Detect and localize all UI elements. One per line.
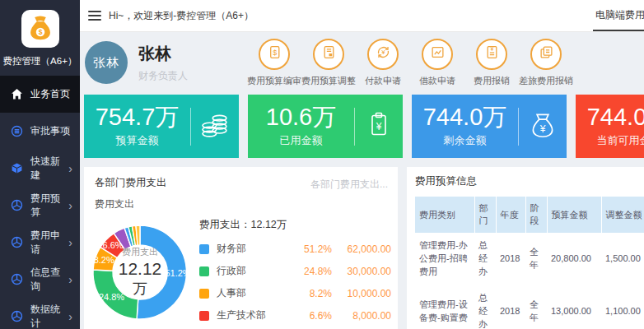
quick-action-5[interactable]: 差旅费用报销 bbox=[519, 39, 573, 87]
legend-name: 财务部 bbox=[217, 242, 246, 256]
legend-swatch bbox=[199, 311, 209, 321]
stat-value: 10.6万 bbox=[248, 104, 354, 131]
home-icon bbox=[11, 88, 23, 100]
wheel-icon bbox=[11, 236, 23, 248]
app-logo: $ bbox=[21, 10, 59, 48]
sidebar-item-1[interactable]: 审批事项 bbox=[0, 113, 80, 150]
payment-request-icon: ¥ bbox=[376, 45, 390, 63]
sidebar-item-0[interactable]: 业务首页 bbox=[0, 76, 80, 113]
sidebar: $ 费控管理（A6+） 业务首页审批事项快速新建›费用预算›费用申请›信息查询›… bbox=[0, 0, 80, 329]
stat-value: 754.7万 bbox=[84, 104, 190, 131]
profile-section: 张林 张林 财务负责人 $费用预算编审费用预算调整¥付款申请借款申请¥费用报销差… bbox=[80, 32, 644, 93]
moneybag-logo-icon: $ bbox=[26, 13, 54, 44]
top-header: Hi~，欢迎来到-费控管理（A6+） 电脑端费用管理 bbox=[80, 0, 644, 32]
svg-text:$: $ bbox=[273, 49, 277, 57]
budget-info-panel: 费用预算信息 费用类别部门年度阶段预算金额调整金额可用金额 管理费用-办公费用-… bbox=[407, 167, 644, 329]
stat-label: 已用金额 bbox=[248, 133, 354, 148]
hamburger-menu-icon[interactable] bbox=[88, 11, 101, 21]
department-expense-panel: 各部门费用支出 各部门费用支出... 费用支出 51.2%24.8%8.2%6.… bbox=[84, 167, 398, 329]
sidebar-item-label: 审批事项 bbox=[30, 124, 70, 138]
legend-swatch bbox=[199, 244, 209, 254]
budget-review-icon: $ bbox=[268, 45, 282, 63]
svg-text:24.8%: 24.8% bbox=[99, 292, 124, 302]
legend-value: 62,000.00 bbox=[332, 243, 391, 255]
legend-value: 8,000.00 bbox=[332, 310, 391, 322]
approval-icon bbox=[11, 125, 23, 137]
legend-percent: 24.8% bbox=[294, 266, 332, 277]
budget-col-header: 阶段 bbox=[525, 197, 547, 233]
sidebar-item-2[interactable]: 快速新建› bbox=[0, 150, 80, 187]
stat-label: 预算金额 bbox=[84, 133, 190, 148]
legend-value: 10,000.00 bbox=[332, 288, 391, 299]
sidebar-item-6[interactable]: 数据统计› bbox=[0, 298, 80, 329]
chart-panel-link[interactable]: 各部门费用支出... bbox=[310, 178, 388, 192]
tab-pc-expense[interactable]: 电脑端费用管理 bbox=[593, 0, 644, 31]
sidebar-item-label: 费用预算 bbox=[30, 192, 68, 220]
stat-card-2: 744.0万剩余金额¥ bbox=[412, 95, 567, 158]
svg-text:¥: ¥ bbox=[490, 46, 493, 52]
chevron-right-icon: › bbox=[68, 163, 72, 174]
user-name: 张林 bbox=[138, 43, 214, 65]
table-cell: 总经办 bbox=[474, 285, 496, 329]
svg-text:8.2%: 8.2% bbox=[94, 255, 114, 265]
table-cell: 20,800.00 bbox=[547, 233, 601, 285]
quick-action-4[interactable]: ¥费用报销 bbox=[464, 39, 519, 87]
quick-action-label: 借款申请 bbox=[410, 75, 464, 87]
table-row: 管理费用-设备费-购置费总经办2018全年13,000.001,100.0014… bbox=[415, 285, 644, 329]
quick-action-label: 费用报销 bbox=[464, 75, 519, 87]
table-cell: 2018 bbox=[496, 233, 525, 285]
quick-action-2[interactable]: ¥付款申请 bbox=[356, 39, 410, 87]
table-cell: 管理费用-办公费用-招聘费用 bbox=[415, 233, 474, 285]
legend-item-2[interactable]: 人事部8.2%10,000.00 bbox=[199, 282, 391, 304]
budget-adjust-icon bbox=[322, 45, 336, 63]
svg-text:$: $ bbox=[38, 28, 42, 36]
legend-value: 30,000.00 bbox=[332, 266, 391, 277]
user-role: 财务负责人 bbox=[138, 69, 214, 83]
table-cell: 1,100.00 bbox=[601, 285, 644, 329]
stat-card-3: 744.0万当前可用金额¥ bbox=[576, 95, 644, 158]
cube-icon bbox=[11, 162, 23, 174]
quick-action-0[interactable]: $费用预算编审 bbox=[247, 39, 301, 87]
legend-item-0[interactable]: 财务部51.2%62,000.00 bbox=[199, 238, 391, 260]
quick-action-1[interactable]: 费用预算调整 bbox=[301, 39, 356, 87]
legend-swatch bbox=[199, 289, 209, 299]
sidebar-item-3[interactable]: 费用预算› bbox=[0, 187, 80, 224]
table-row: 管理费用-办公费用-招聘费用总经办2018全年20,800.001,500.00… bbox=[415, 233, 644, 285]
table-cell: 全年 bbox=[525, 285, 547, 329]
quick-action-3[interactable]: 借款申请 bbox=[410, 39, 464, 87]
budget-col-header: 调整金额 bbox=[601, 197, 644, 233]
legend-name: 行政部 bbox=[217, 264, 246, 278]
chart-legend: 财务部51.2%62,000.00行政部24.8%30,000.00人事部8.2… bbox=[199, 238, 391, 329]
budget-col-header: 预算金额 bbox=[547, 197, 601, 233]
sidebar-item-label: 费用申请 bbox=[30, 229, 68, 257]
legend-item-3[interactable]: 生产技术部6.6%8,000.00 bbox=[199, 304, 391, 327]
stat-cards-row: 754.7万预算金额10.6万已用金额¥744.0万剩余金额¥744.0万当前可… bbox=[80, 95, 644, 158]
table-cell: 13,000.00 bbox=[547, 285, 601, 329]
quick-action-label: 费用预算编审 bbox=[247, 75, 301, 87]
stat-label: 当前可用金额 bbox=[576, 133, 644, 148]
table-cell: 全年 bbox=[525, 233, 547, 285]
wheel-icon bbox=[11, 310, 23, 322]
svg-text:¥: ¥ bbox=[381, 49, 385, 56]
legend-item-1[interactable]: 行政部24.8%30,000.00 bbox=[199, 260, 391, 282]
stat-card-1: 10.6万已用金额¥ bbox=[248, 95, 403, 158]
sidebar-item-label: 业务首页 bbox=[30, 87, 70, 101]
quick-actions: $费用预算编审费用预算调整¥付款申请借款申请¥费用报销差旅费用报销 bbox=[247, 39, 573, 87]
sidebar-item-label: 快速新建 bbox=[30, 155, 68, 183]
sidebar-item-5[interactable]: 信息查询› bbox=[0, 261, 80, 298]
sidebar-item-4[interactable]: 费用申请› bbox=[0, 224, 80, 261]
legend-percent: 8.2% bbox=[294, 288, 332, 299]
clipboard-yen-icon: ¥ bbox=[364, 110, 394, 143]
chart-total-label: 费用支出：12.12万 bbox=[199, 218, 391, 232]
budget-table: 费用类别部门年度阶段预算金额调整金额可用金额 管理费用-办公费用-招聘费用总经办… bbox=[415, 197, 644, 329]
chevron-right-icon: › bbox=[68, 274, 72, 285]
table-cell: 总经办 bbox=[474, 233, 496, 285]
app-name: 费控管理（A6+） bbox=[0, 55, 80, 67]
chevron-right-icon: › bbox=[68, 311, 72, 322]
wheel-icon bbox=[11, 199, 23, 211]
budget-panel-title: 费用预算信息 bbox=[415, 174, 644, 188]
stat-value: 744.0万 bbox=[412, 104, 518, 131]
sidebar-menu: 业务首页审批事项快速新建›费用预算›费用申请›信息查询›数据统计› bbox=[0, 76, 80, 329]
table-cell: 管理费用-设备费-购置费 bbox=[415, 285, 474, 329]
chevron-right-icon: › bbox=[68, 200, 72, 211]
